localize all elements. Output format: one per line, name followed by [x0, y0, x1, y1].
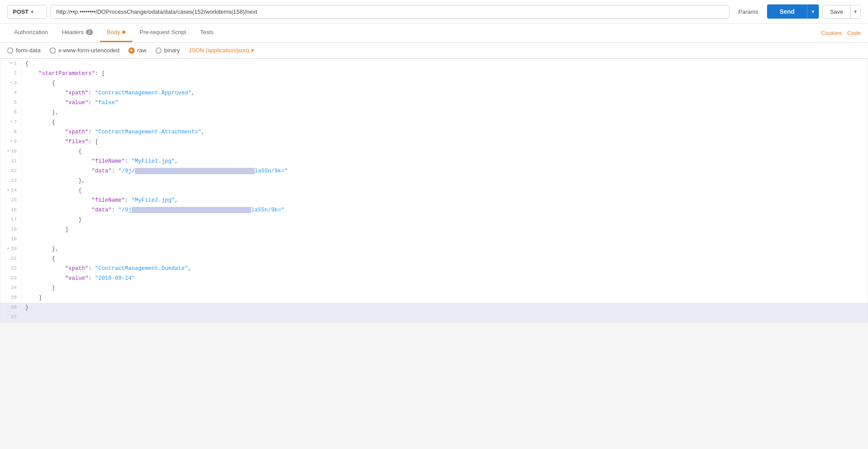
code-line-24: 24 } [0, 283, 868, 293]
code-line-3: ▾ 3 { [0, 78, 868, 88]
line-num-11: 11 [0, 156, 22, 165]
code-line-13: 13 }, [0, 176, 868, 186]
code-line-26: 26 } [0, 303, 868, 312]
json-format-chevron-icon: ▾ [251, 47, 254, 54]
code-line-21: 21 { [0, 254, 868, 264]
code-content-5: "value": "false" [22, 98, 122, 108]
radio-binary[interactable]: binary [155, 47, 180, 54]
fold-arrow-14[interactable]: ▾ [7, 187, 9, 193]
line-num-14: ▾ 14 [0, 186, 22, 195]
json-format-label: JSON (application/json) [189, 47, 249, 54]
code-line-22: 22 "xpath": "ContractManagement.Duedate"… [0, 264, 868, 273]
code-content-18: ] [22, 225, 72, 234]
code-line-16: 16 "data": "/9j█████████████████████████… [0, 205, 868, 215]
line-num-1: ▾ 1 [0, 59, 22, 68]
code-content-9: "files": [ [22, 137, 102, 147]
tab-body[interactable]: Body [100, 23, 133, 42]
tab-pre-request-label: Pre-request Script [140, 29, 186, 35]
tab-tests[interactable]: Tests [193, 23, 221, 42]
code-line-11: 11 "fileName": "MyFile1.jpg", [0, 156, 868, 166]
fold-arrow-10[interactable]: ▾ [7, 148, 9, 154]
method-select[interactable]: POST ▾ [7, 5, 47, 19]
body-type-bar: form-data x-www-form-urlencoded raw bina… [0, 43, 868, 59]
url-input[interactable] [50, 5, 729, 19]
code-content-6: }, [22, 108, 62, 117]
code-content-22: "xpath": "ContractManagement.Duedate", [22, 264, 195, 273]
code-link[interactable]: Code [847, 30, 861, 36]
line-num-15: 15 [0, 195, 22, 204]
code-content-26: } [22, 303, 32, 312]
radio-raw[interactable]: raw [128, 47, 147, 54]
tab-headers[interactable]: Headers 2 [55, 23, 100, 42]
code-content-21: { [22, 254, 59, 264]
tab-headers-label: Headers [62, 29, 84, 35]
save-dropdown-button[interactable]: ▾ [850, 5, 860, 18]
fold-arrow-3[interactable]: ▾ [10, 80, 12, 86]
radio-form-data-label: form-data [16, 47, 41, 54]
line-num-6: 6 [0, 108, 22, 117]
code-line-12: 12 "data": "/9j/████████████████████████… [0, 166, 868, 176]
code-content-24: } [22, 283, 59, 293]
line-num-2: 2 [0, 69, 22, 78]
code-content-4: "xpath": "ContractManagement.Approved", [22, 88, 198, 98]
code-line-19: 19 [0, 234, 868, 244]
radio-urlencoded-label: x-www-form-urlencoded [58, 47, 120, 54]
save-button[interactable]: Save [823, 5, 850, 18]
params-button[interactable]: Params [733, 5, 763, 18]
code-line-2: 2 "startParameters": [ [0, 69, 868, 78]
code-line-7: ▾ 7 { [0, 117, 868, 127]
code-content-16: "data": "/9j████████████████████████████… [22, 205, 288, 215]
code-content-13: }, [22, 176, 89, 186]
radio-urlencoded-circle [50, 47, 56, 54]
code-content-3: { [22, 78, 59, 88]
fold-arrow-1[interactable]: ▾ [10, 60, 12, 66]
url-bar: POST ▾ Params Send ▾ Save ▾ [0, 0, 868, 23]
code-content-10: { [22, 147, 85, 156]
tab-pre-request[interactable]: Pre-request Script [132, 23, 193, 42]
radio-raw-circle [128, 47, 135, 54]
send-button[interactable]: Send [767, 4, 807, 19]
radio-urlencoded[interactable]: x-www-form-urlencoded [50, 47, 120, 54]
code-content-8: "xpath": "ContractManagement.Attachments… [22, 127, 208, 137]
radio-form-data[interactable]: form-data [7, 47, 41, 54]
code-content-12: "data": "/9j/███████████████████████████… [22, 166, 291, 176]
code-editor[interactable]: ▾ 1 { 2 "startParameters": [ ▾ 3 { 4 "xp… [0, 59, 868, 323]
send-dropdown-button[interactable]: ▾ [807, 4, 819, 19]
radio-form-data-circle [7, 47, 13, 54]
code-content-27 [22, 312, 32, 322]
tabs-right-links: Cookies Code [821, 30, 861, 36]
code-content-17: } [22, 215, 85, 225]
line-num-21: 21 [0, 254, 22, 263]
code-content-14: { [22, 186, 85, 195]
fold-arrow-20[interactable]: ▾ [7, 246, 9, 252]
code-content-15: "fileName": "MyFile2.jpg", [22, 195, 182, 205]
code-line-17: 17 } [0, 215, 868, 225]
code-line-23: 23 "value": "2018-09-14" [0, 273, 868, 283]
code-content-7: { [22, 117, 59, 127]
tab-authorization[interactable]: Authorization [7, 23, 55, 42]
line-num-20: ▾ 20 [0, 244, 22, 253]
code-line-10: ▾ 10 { [0, 147, 868, 156]
code-content-1: { [22, 59, 32, 69]
tab-body-label: Body [107, 29, 120, 35]
tabs-bar: Authorization Headers 2 Body Pre-request… [0, 23, 868, 43]
json-format-dropdown[interactable]: JSON (application/json) ▾ [189, 47, 254, 54]
method-label: POST [13, 8, 28, 15]
line-num-5: 5 [0, 98, 22, 107]
fold-arrow-9[interactable]: ▾ [10, 138, 12, 144]
body-dot-indicator [122, 31, 125, 34]
code-line-18: 18 ] [0, 225, 868, 234]
code-content-11: "fileName": "MyFile1.jpg", [22, 156, 182, 166]
tab-authorization-label: Authorization [14, 29, 48, 35]
cookies-link[interactable]: Cookies [821, 30, 842, 36]
code-content-19 [22, 234, 32, 244]
line-num-8: 8 [0, 127, 22, 136]
code-content-2: "startParameters": [ [22, 69, 108, 78]
code-line-8: 8 "xpath": "ContractManagement.Attachmen… [0, 127, 868, 137]
fold-arrow-7[interactable]: ▾ [10, 119, 12, 125]
code-line-4: 4 "xpath": "ContractManagement.Approved"… [0, 88, 868, 98]
code-line-1: ▾ 1 { [0, 59, 868, 69]
save-button-group: Save ▾ [822, 5, 861, 19]
code-line-15: 15 "fileName": "MyFile2.jpg", [0, 195, 868, 205]
code-line-14: ▾ 14 { [0, 186, 868, 195]
